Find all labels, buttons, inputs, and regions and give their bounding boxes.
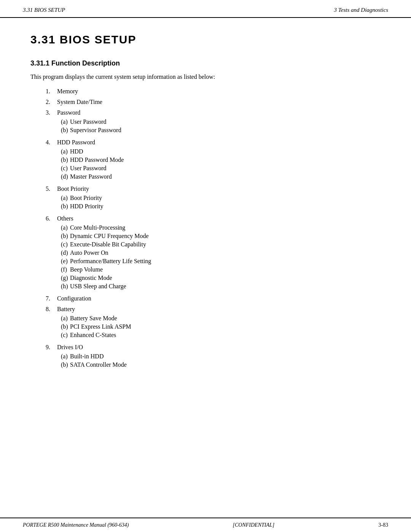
sub-text: HDD Priority [70, 203, 381, 210]
sub-item-6-4: (d)Auto Power On [57, 249, 381, 256]
sub-letter: (c) [57, 241, 70, 248]
page-title: 3.31 BIOS SETUP [30, 33, 381, 46]
page-content: 3.31 BIOS SETUP 3.31.1 Function Descript… [0, 18, 411, 518]
sub-text: User Password [70, 165, 381, 172]
sub-letter: (b) [57, 203, 70, 210]
list-num-3: 3. [46, 109, 57, 116]
sub-letter: (d) [57, 173, 70, 180]
sub-list-3: (a)User Password(b)Supervisor Password [57, 118, 381, 134]
sub-item-3-2: (b)Supervisor Password [57, 127, 381, 134]
sub-letter: (a) [57, 118, 70, 125]
sub-item-9-1: (a)Built-in HDD [57, 353, 381, 360]
list-num-6: 6. [46, 215, 57, 222]
list-content-3: Password(a)User Password(b)Supervisor Pa… [57, 109, 381, 135]
list-num-7: 7. [46, 295, 57, 302]
list-content-8: Battery(a)Battery Save Mode(b)PCI Expres… [57, 306, 381, 340]
footer-right: 3-83 [378, 522, 388, 528]
sub-item-9-2: (b)SATA Controller Mode [57, 361, 381, 368]
sub-item-6-6: (f)Beep Volume [57, 266, 381, 273]
sub-letter: (c) [57, 165, 70, 172]
sub-letter: (b) [57, 233, 70, 240]
page-header: 3.31 BIOS SETUP 3 Tests and Diagnostics [0, 0, 411, 18]
intro-text: This program displays the current system… [30, 73, 381, 80]
list-label-3: Password [57, 109, 80, 116]
sub-letter: (b) [57, 323, 70, 330]
sub-text: Beep Volume [70, 266, 381, 273]
list-content-6: Others(a)Core Multi-Processing(b)Dynamic… [57, 215, 381, 291]
list-item-6: 6.Others(a)Core Multi-Processing(b)Dynam… [46, 215, 381, 291]
sub-letter: (b) [57, 127, 70, 134]
sub-letter: (c) [57, 332, 70, 339]
page-footer: PORTEGE R500 Maintenance Manual (960-634… [0, 518, 411, 532]
sub-text: Master Password [70, 173, 381, 180]
sub-item-6-7: (g)Diagnostic Mode [57, 275, 381, 281]
list-label-2: System Date/Time [57, 99, 102, 105]
list-content-4: HDD Password(a)HDD(b)HDD Password Mode(c… [57, 139, 381, 182]
sub-item-8-3: (c)Enhanced C-States [57, 332, 381, 339]
sub-text: USB Sleep and Charge [70, 283, 381, 290]
sub-letter: (a) [57, 315, 70, 322]
list-content-1: Memory [57, 88, 381, 95]
sub-item-4-1: (a)HDD [57, 148, 381, 155]
list-item-1: 1.Memory [46, 88, 381, 95]
sub-list-5: (a)Boot Priority(b)HDD Priority [57, 195, 381, 210]
sub-letter: (a) [57, 195, 70, 201]
sub-text: Built-in HDD [70, 353, 381, 360]
sub-text: Boot Priority [70, 195, 381, 201]
sub-item-6-8: (h)USB Sleep and Charge [57, 283, 381, 290]
sub-letter: (h) [57, 283, 70, 290]
sub-text: Dynamic CPU Frequency Mode [70, 233, 381, 240]
sub-text: Performance/Battery Life Setting [70, 258, 381, 265]
sub-item-4-4: (d)Master Password [57, 173, 381, 180]
sub-letter: (d) [57, 249, 70, 256]
list-label-8: Battery [57, 306, 75, 312]
main-list: 1.Memory2.System Date/Time3.Password(a)U… [46, 88, 381, 370]
sub-letter: (a) [57, 224, 70, 231]
sub-list-9: (a)Built-in HDD(b)SATA Controller Mode [57, 353, 381, 368]
header-right: 3 Tests and Diagnostics [334, 7, 388, 13]
sub-text: Core Multi-Processing [70, 224, 381, 231]
footer-center: [CONFIDENTIAL] [233, 522, 275, 528]
sub-list-4: (a)HDD(b)HDD Password Mode(c)User Passwo… [57, 148, 381, 180]
list-num-2: 2. [46, 99, 57, 105]
list-item-3: 3.Password(a)User Password(b)Supervisor … [46, 109, 381, 135]
list-label-6: Others [57, 215, 73, 222]
list-item-9: 9.Drives I/O(a)Built-in HDD(b)SATA Contr… [46, 344, 381, 370]
sub-text: Battery Save Mode [70, 315, 381, 322]
list-num-9: 9. [46, 344, 57, 351]
list-item-2: 2.System Date/Time [46, 99, 381, 105]
list-item-8: 8.Battery(a)Battery Save Mode(b)PCI Expr… [46, 306, 381, 340]
sub-text: Auto Power On [70, 249, 381, 256]
sub-item-6-3: (c)Execute-Disable Bit Capability [57, 241, 381, 248]
sub-letter: (f) [57, 266, 70, 273]
sub-text: Enhanced C-States [70, 332, 381, 339]
list-num-5: 5. [46, 185, 57, 192]
list-num-1: 1. [46, 88, 57, 95]
sub-item-6-1: (a)Core Multi-Processing [57, 224, 381, 231]
sub-item-6-2: (b)Dynamic CPU Frequency Mode [57, 233, 381, 240]
list-num-8: 8. [46, 306, 57, 313]
list-item-4: 4.HDD Password(a)HDD(b)HDD Password Mode… [46, 139, 381, 182]
sub-letter: (e) [57, 258, 70, 265]
list-content-5: Boot Priority(a)Boot Priority(b)HDD Prio… [57, 185, 381, 211]
sub-letter: (b) [57, 157, 70, 163]
sub-text: HDD Password Mode [70, 157, 381, 163]
list-label-4: HDD Password [57, 139, 95, 145]
sub-letter: (a) [57, 148, 70, 155]
sub-text: SATA Controller Mode [70, 361, 381, 368]
sub-list-8: (a)Battery Save Mode(b)PCI Express Link … [57, 315, 381, 339]
list-content-7: Configuration [57, 295, 381, 302]
header-left: 3.31 BIOS SETUP [23, 7, 65, 13]
sub-item-8-2: (b)PCI Express Link ASPM [57, 323, 381, 330]
sub-item-4-2: (b)HDD Password Mode [57, 157, 381, 163]
sub-item-8-1: (a)Battery Save Mode [57, 315, 381, 322]
sub-item-5-2: (b)HDD Priority [57, 203, 381, 210]
list-content-2: System Date/Time [57, 99, 381, 105]
sub-letter: (b) [57, 361, 70, 368]
sub-letter: (a) [57, 353, 70, 360]
sub-item-4-3: (c)User Password [57, 165, 381, 172]
sub-item-3-1: (a)User Password [57, 118, 381, 125]
list-content-9: Drives I/O(a)Built-in HDD(b)SATA Control… [57, 344, 381, 370]
list-label-7: Configuration [57, 295, 91, 302]
sub-text: PCI Express Link ASPM [70, 323, 381, 330]
